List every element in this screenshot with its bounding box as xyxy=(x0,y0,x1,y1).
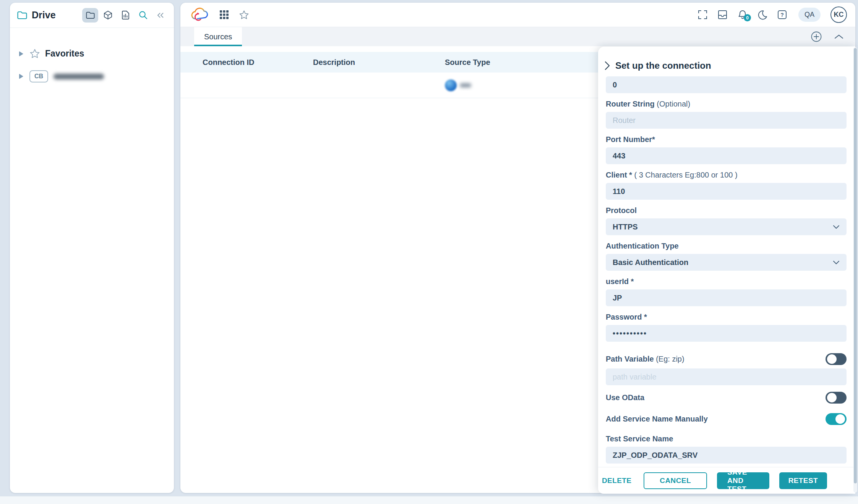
chevron-down-icon xyxy=(833,225,840,229)
client-input[interactable] xyxy=(606,183,847,200)
workspace-badge: CB xyxy=(29,70,48,82)
field-system-number xyxy=(606,76,847,93)
use-odata-toggle[interactable] xyxy=(826,392,847,404)
star-icon xyxy=(29,48,40,59)
save-and-test-button[interactable]: SAVE AND TEST xyxy=(717,472,769,489)
tab-sources[interactable]: Sources xyxy=(194,27,242,46)
environment-badge[interactable]: QA xyxy=(798,8,821,22)
window-footer-strip xyxy=(0,496,858,504)
delete-button[interactable]: DELETE xyxy=(598,472,635,489)
help-icon[interactable]: ? xyxy=(777,10,787,19)
favorite-star-icon[interactable] xyxy=(239,10,249,20)
panel-title: Set up the connection xyxy=(615,60,711,71)
redacted-workspace-name xyxy=(54,74,104,79)
add-connection-button[interactable] xyxy=(810,27,822,46)
user-avatar[interactable]: KC xyxy=(830,6,847,23)
userid-label: userId * xyxy=(606,277,847,286)
fullscreen-icon[interactable] xyxy=(698,10,707,19)
app-grid-icon[interactable] xyxy=(219,10,229,19)
authentication-type-value: Basic Authentication xyxy=(613,258,688,267)
sidebar-item-favorites[interactable]: Favorites xyxy=(19,48,174,59)
active-tab-underline xyxy=(194,45,242,46)
collapse-sidebar-icon[interactable] xyxy=(152,8,169,23)
field-add-service-name-manually: Add Service Name Manually xyxy=(606,413,847,425)
expand-caret-icon[interactable] xyxy=(19,74,23,79)
report-view-button[interactable] xyxy=(117,8,133,23)
expand-caret-icon[interactable] xyxy=(19,51,23,57)
router-string-input[interactable] xyxy=(606,112,847,129)
password-input[interactable] xyxy=(606,325,847,342)
field-userid: userId * xyxy=(606,277,847,306)
redacted-source-type xyxy=(460,83,471,87)
panel-scrollbar[interactable] xyxy=(853,47,857,493)
test-service-name-input[interactable] xyxy=(606,447,847,464)
scrollbar-thumb[interactable] xyxy=(854,48,857,483)
path-variable-label: Path Variable (Eg: zip) xyxy=(606,355,684,363)
panel-form: Router String (Optional) Port Number* Cl… xyxy=(598,76,855,464)
notification-count-badge: 0 xyxy=(744,14,751,21)
collapse-panel-chevron-up-icon[interactable] xyxy=(834,27,844,46)
tab-sources-label: Sources xyxy=(204,32,232,41)
svg-text:?: ? xyxy=(780,12,784,18)
add-service-name-toggle[interactable] xyxy=(826,413,847,425)
drive-sidebar: Drive Favorites CB xyxy=(10,3,174,493)
authentication-type-label: Authentication Type xyxy=(606,242,847,250)
field-authentication-type: Authentication Type Basic Authentication xyxy=(606,242,847,271)
search-icon[interactable] xyxy=(135,8,151,23)
system-number-input[interactable] xyxy=(606,76,847,93)
cancel-button[interactable]: CANCEL xyxy=(644,472,707,489)
favorites-label: Favorites xyxy=(45,48,84,59)
field-path-variable: Path Variable (Eg: zip) xyxy=(606,353,847,385)
field-test-service-name: Test Service Name xyxy=(606,435,847,464)
use-odata-label: Use OData xyxy=(606,393,644,402)
tab-strip: Sources xyxy=(180,27,855,46)
app-logo[interactable] xyxy=(189,7,209,23)
dark-mode-moon-icon[interactable] xyxy=(757,10,767,20)
password-label: Password * xyxy=(606,313,847,321)
app-topbar: 0 ? QA KC xyxy=(180,3,855,27)
cube-view-button[interactable] xyxy=(100,8,116,23)
notifications-bell-icon[interactable]: 0 xyxy=(738,10,748,20)
path-variable-input[interactable] xyxy=(606,368,847,385)
field-protocol: Protocol HTTPS xyxy=(606,206,847,235)
sidebar-title: Drive xyxy=(32,10,81,21)
field-port-number: Port Number* xyxy=(606,135,847,164)
port-number-label: Port Number* xyxy=(606,135,847,144)
protocol-select[interactable]: HTTPS xyxy=(606,218,847,235)
authentication-type-select[interactable]: Basic Authentication xyxy=(606,254,847,271)
userid-input[interactable] xyxy=(606,289,847,306)
drive-folder-icon xyxy=(17,11,27,19)
sidebar-header: Drive xyxy=(10,3,174,28)
inbox-icon[interactable] xyxy=(717,10,728,19)
panel-header: Set up the connection xyxy=(598,47,855,76)
panel-footer: DELETE CANCEL SAVE AND TEST RETEST xyxy=(598,467,855,494)
folder-view-button[interactable] xyxy=(82,8,98,23)
protocol-label: Protocol xyxy=(606,206,847,215)
connection-setup-panel: Set up the connection Router String (Opt… xyxy=(598,47,855,494)
source-type-logo xyxy=(445,79,457,91)
test-service-name-label: Test Service Name xyxy=(606,435,847,443)
chevron-down-icon xyxy=(833,260,840,265)
col-header-connection-id: Connection ID xyxy=(180,58,313,67)
path-variable-toggle[interactable] xyxy=(826,353,847,365)
client-label: Client * ( 3 Characters Eg:800 or 100 ) xyxy=(606,171,847,179)
field-client: Client * ( 3 Characters Eg:800 or 100 ) xyxy=(606,171,847,200)
protocol-value: HTTPS xyxy=(613,223,638,231)
port-number-input[interactable] xyxy=(606,147,847,164)
field-router-string: Router String (Optional) xyxy=(606,100,847,129)
router-string-label: Router String (Optional) xyxy=(606,100,847,108)
field-use-odata: Use OData xyxy=(606,392,847,404)
add-service-name-label: Add Service Name Manually xyxy=(606,415,708,423)
sidebar-item-workspace[interactable]: CB xyxy=(19,70,174,82)
retest-button[interactable]: RETEST xyxy=(779,472,827,489)
col-header-description: Description xyxy=(313,58,445,67)
chevron-right-icon[interactable] xyxy=(604,61,610,71)
field-password: Password * xyxy=(606,313,847,342)
sidebar-tree: Favorites CB xyxy=(10,28,174,82)
